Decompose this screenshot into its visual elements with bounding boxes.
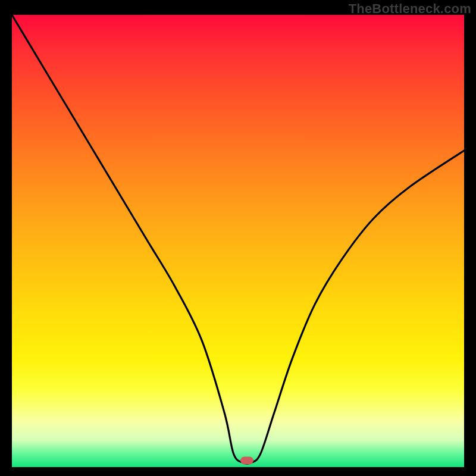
optimum-marker xyxy=(240,456,253,464)
plot-area xyxy=(12,15,464,467)
bottleneck-curve xyxy=(12,15,464,467)
watermark-text: TheBottleneck.com xyxy=(349,1,471,17)
chart-frame: TheBottleneck.com xyxy=(0,0,476,476)
